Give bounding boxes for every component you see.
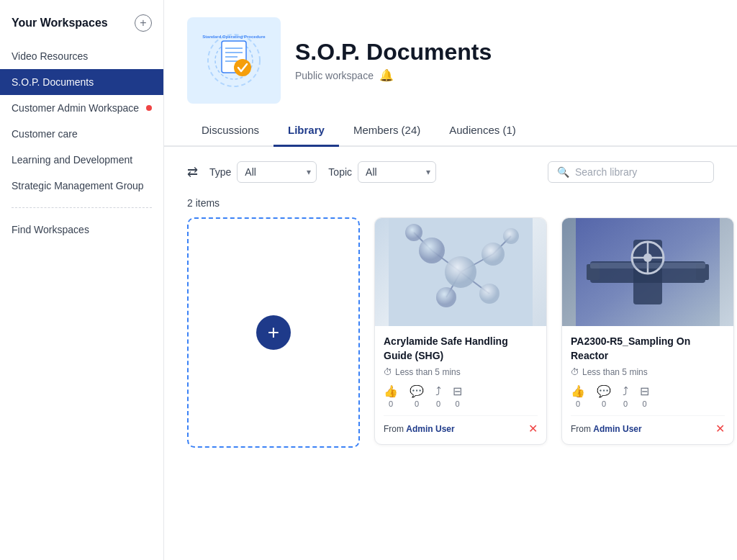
tab-audiences[interactable]: Audiences (1) [435,115,530,147]
share-count: 0 [436,399,440,408]
add-workspace-button[interactable]: + [135,14,152,32]
add-content-card[interactable]: + [187,217,360,448]
svg-point-20 [479,284,499,304]
like-count-2: 0 [576,399,580,408]
card-from-acrylamide: From Admin User [384,424,455,434]
sidebar-header: Your Workspaces + [0,14,163,43]
save-icon-2[interactable]: ⊟ [640,384,649,398]
svg-point-22 [503,228,519,244]
sidebar-item-video-resources[interactable]: Video Resources [0,43,163,69]
card-body-pa2300: PA2300-R5_Sampling On Reactor ⏱ Less tha… [562,326,733,444]
comment-icon-2[interactable]: 💬 [597,384,611,398]
sidebar-divider [12,207,152,208]
card-duration-acrylamide: ⏱ Less than 5 mins [384,367,538,377]
card-actions-pa2300: 👍 0 💬 0 ⤴ 0 ⊟ 0 [571,384,725,408]
sidebar-label-customer-care: Customer care [12,128,78,140]
save-icon[interactable]: ⊟ [453,384,462,398]
sidebar-label-sop-documents: S.O.P. Documents [12,76,94,88]
comment-count: 0 [415,399,419,408]
save-count-2: 0 [642,399,646,408]
svg-point-16 [445,256,476,288]
main-content: Standard Operating Procedure S.O.P. Docu… [164,0,737,560]
share-group: ⤴ 0 [435,385,441,408]
sidebar-item-customer-admin[interactable]: Customer Admin Workspace [0,95,163,121]
like-group-2: 👍 0 [571,384,585,408]
items-count: 2 items [164,183,737,217]
share-group-2: ⤴ 0 [623,385,628,408]
like-group: 👍 0 [384,384,398,408]
card-image-acrylamide [375,218,546,326]
card-footer-acrylamide: From Admin User ✕ [384,415,538,435]
cards-grid: + [164,217,737,471]
remove-card-acrylamide[interactable]: ✕ [528,422,538,435]
topic-select[interactable]: All Safety Operations [358,161,436,183]
tab-bar: Discussions Library Members (24) Audienc… [164,115,737,147]
sidebar-item-sop-documents[interactable]: S.O.P. Documents [0,69,163,95]
sidebar-item-strategic-mgmt[interactable]: Strategic Management Group [0,173,163,199]
comment-count-2: 0 [602,399,606,408]
svg-point-29 [643,253,652,262]
remove-card-pa2300[interactable]: ✕ [715,422,725,435]
topic-label: Topic [328,166,352,178]
search-input[interactable] [575,166,705,178]
type-control: Type All Documents Videos [209,161,317,183]
comment-group: 💬 0 [410,384,424,408]
save-count: 0 [455,399,459,408]
tab-library[interactable]: Library [273,115,339,147]
topic-select-wrapper: All Safety Operations [358,161,436,183]
add-content-button[interactable]: + [256,315,291,350]
card-from-pa2300: From Admin User [571,424,642,434]
notification-dot [146,105,152,111]
comment-icon[interactable]: 💬 [410,384,424,398]
like-count: 0 [389,399,393,408]
card-body-acrylamide: Acrylamide Safe Handling Guide (SHG) ⏱ L… [375,326,546,444]
like-icon-2[interactable]: 👍 [571,384,585,398]
svg-point-18 [481,243,505,266]
type-select-wrapper: All Documents Videos [237,161,317,183]
workspace-visibility: Public workspace [295,70,374,81]
svg-point-17 [419,238,445,263]
sidebar-item-customer-care[interactable]: Customer care [0,121,163,147]
search-icon: 🔍 [557,166,569,178]
sidebar: Your Workspaces + Video Resources S.O.P.… [0,0,164,560]
like-icon[interactable]: 👍 [384,384,398,398]
card-title-acrylamide: Acrylamide Safe Handling Guide (SHG) [384,335,538,363]
sidebar-label-learning-dev: Learning and Development [12,154,132,166]
sop-icon-svg: Standard Operating Procedure [202,28,266,93]
comment-group-2: 💬 0 [597,384,611,408]
svg-point-21 [405,224,422,241]
workspace-icon: Standard Operating Procedure [187,17,281,104]
svg-point-7 [234,59,251,76]
svg-rect-32 [590,263,705,268]
search-box: 🔍 [548,161,714,183]
molecule-svg [389,218,533,326]
sidebar-label-strategic-mgmt: Strategic Management Group [12,180,144,191]
card-acrylamide: Acrylamide Safe Handling Guide (SHG) ⏱ L… [374,217,547,445]
save-group-2: ⊟ 0 [640,384,649,408]
filter-icon[interactable]: ⇄ [187,164,198,180]
card-image-pa2300 [562,218,733,326]
card-duration-pa2300: ⏱ Less than 5 mins [571,367,725,377]
card-footer-pa2300: From Admin User ✕ [571,415,725,435]
type-select[interactable]: All Documents Videos [237,161,317,183]
bell-icon[interactable]: 🔔 [379,68,394,82]
tab-members[interactable]: Members (24) [339,115,435,147]
type-label: Type [209,166,231,178]
sidebar-label-customer-admin: Customer Admin Workspace [12,102,139,114]
tab-discussions[interactable]: Discussions [187,115,273,147]
svg-text:Standard Operating Procedure: Standard Operating Procedure [202,35,266,39]
card-pa2300: PA2300-R5_Sampling On Reactor ⏱ Less tha… [561,217,734,445]
sidebar-label-video-resources: Video Resources [12,50,88,62]
find-workspaces-link[interactable]: Find Workspaces [0,217,163,243]
svg-point-19 [436,287,456,307]
sidebar-item-learning-dev[interactable]: Learning and Development [0,147,163,173]
topic-control: Topic All Safety Operations [328,161,436,183]
sidebar-title: Your Workspaces [12,17,108,30]
share-icon-2[interactable]: ⤴ [623,385,628,398]
workspace-header: Standard Operating Procedure S.O.P. Docu… [164,0,737,104]
clock-icon-2: ⏱ [571,367,579,377]
share-count-2: 0 [623,399,628,408]
workspace-name: S.O.P. Documents [295,39,492,66]
save-group: ⊟ 0 [453,384,462,408]
share-icon[interactable]: ⤴ [435,385,441,398]
